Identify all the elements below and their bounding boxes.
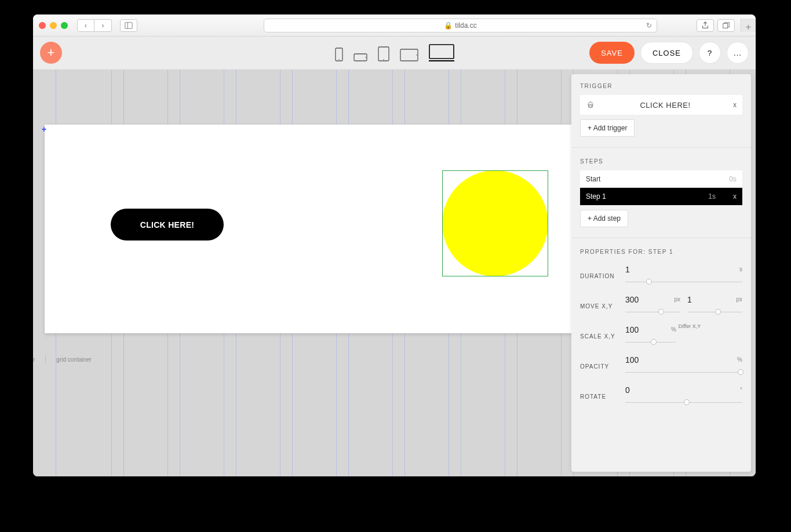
property-label: SCALE X,Y — [580, 333, 625, 340]
unit-pct: % — [671, 326, 676, 333]
sidebar-icon — [125, 21, 133, 30]
move-y-value: 1 — [687, 295, 692, 304]
browser-toolbar: ‹ › 🔒 tilda.cc ↻ + — [33, 14, 756, 37]
url-host: tilda.cc — [455, 21, 476, 30]
share-icon — [701, 21, 709, 30]
step-label: Start — [586, 175, 600, 183]
device-desktop[interactable] — [429, 44, 454, 61]
unit-px: px — [674, 296, 680, 303]
app-window: ‹ › 🔒 tilda.cc ↻ + + — [33, 14, 756, 476]
close-button[interactable]: CLOSE — [640, 42, 693, 64]
duration-value: 1 — [625, 265, 630, 274]
help-button[interactable]: ? — [699, 42, 721, 64]
properties-list: DURATION 1 s MOVE X,Y 300 px — [580, 261, 742, 411]
trigger-name: CLICK HERE! — [597, 101, 733, 110]
divider — [571, 147, 751, 148]
selection-outline — [442, 170, 548, 276]
unit-deg: ° — [740, 387, 742, 393]
svg-rect-9 — [400, 49, 418, 61]
share-button[interactable] — [697, 19, 714, 32]
step-duration: 0s — [729, 175, 737, 183]
new-tab-button[interactable]: + — [741, 19, 756, 32]
move-property: MOVE X,Y 300 px 1 px — [580, 291, 742, 321]
duration-slider[interactable]: 1 s — [625, 265, 742, 287]
more-button[interactable]: ... — [727, 42, 749, 64]
move-x-slider[interactable]: 300 px — [625, 295, 680, 317]
reload-icon[interactable]: ↻ — [646, 21, 652, 30]
breadcrumb-item[interactable]: r — [33, 356, 35, 363]
rotate-slider[interactable]: 0 ° — [625, 385, 742, 407]
svg-point-10 — [416, 54, 417, 56]
svg-rect-2 — [723, 23, 728, 28]
trigger-row[interactable]: CLICK HERE! x — [580, 95, 742, 115]
svg-point-8 — [383, 59, 384, 60]
sidebar-toggle-button[interactable] — [120, 19, 137, 32]
opacity-slider[interactable]: 100 % — [625, 355, 742, 377]
close-window-icon[interactable] — [39, 22, 46, 29]
scale-value: 100 — [625, 325, 639, 334]
svg-point-4 — [338, 59, 340, 60]
opacity-property: OPACITY 100 % — [580, 351, 742, 381]
animation-panel: TRIGGER CLICK HERE! x + Add trigger STEP… — [571, 74, 751, 472]
tabs-button[interactable] — [717, 19, 735, 32]
breadcrumb-separator — [45, 356, 46, 363]
canvas-element-button[interactable]: CLICK HERE! — [111, 209, 224, 241]
svg-rect-11 — [429, 45, 454, 59]
rotate-value: 0 — [625, 385, 630, 395]
svg-rect-5 — [354, 54, 367, 61]
unit-pct: % — [737, 356, 742, 363]
move-y-slider[interactable]: 1 px — [687, 295, 742, 317]
lock-icon: 🔒 — [444, 21, 453, 30]
save-button[interactable]: SAVE — [589, 42, 635, 64]
device-phone-landscape[interactable] — [353, 53, 367, 61]
minimize-window-icon[interactable] — [50, 22, 57, 29]
nav-buttons: ‹ › — [77, 19, 112, 32]
differ-xy-link[interactable]: Differ X,Y — [679, 323, 701, 329]
device-tablet-portrait[interactable] — [378, 46, 389, 61]
breadcrumb-item[interactable]: grid container — [56, 356, 92, 363]
remove-trigger-button[interactable]: x — [733, 101, 737, 109]
opacity-value: 100 — [625, 355, 639, 365]
origin-marker: + — [42, 125, 46, 134]
tabs-icon — [722, 21, 730, 30]
unit-px: px — [736, 296, 742, 303]
canvas-area[interactable]: + CLICK HERE! r grid container TRIGGER C… — [33, 70, 756, 476]
breadcrumb: r grid container — [33, 351, 92, 368]
scale-slider[interactable]: 100 % — [625, 325, 676, 347]
divider — [571, 238, 751, 238]
add-step-button[interactable]: + Add step — [580, 210, 628, 227]
svg-point-6 — [365, 57, 366, 58]
address-bar[interactable]: 🔒 tilda.cc ↻ — [264, 19, 657, 32]
property-label: MOVE X,Y — [580, 303, 625, 309]
device-preview-group — [335, 44, 454, 61]
step-1-row[interactable]: Step 1 1s x — [580, 188, 742, 205]
scale-property: SCALE X,Y 100 % Differ X,Y — [580, 321, 742, 351]
duration-unit: s — [739, 266, 742, 272]
window-controls — [39, 22, 68, 29]
svg-rect-12 — [589, 105, 592, 107]
step-duration: 1s — [708, 192, 733, 201]
step-start-row[interactable]: Start 0s — [580, 170, 742, 188]
device-phone-portrait[interactable] — [335, 48, 343, 61]
toolbar-right: SAVE CLOSE ? ... — [589, 42, 749, 64]
browser-right-tools: + — [697, 19, 750, 32]
remove-step-button[interactable]: x — [733, 192, 737, 201]
svg-rect-7 — [378, 47, 389, 61]
svg-rect-3 — [336, 48, 342, 61]
device-tablet-landscape[interactable] — [400, 49, 418, 61]
move-x-value: 300 — [625, 295, 639, 304]
property-label: DURATION — [580, 273, 625, 279]
forward-button[interactable]: › — [94, 19, 112, 32]
rotate-property: ROTATE 0 ° — [580, 381, 742, 411]
add-trigger-button[interactable]: + Add trigger — [580, 119, 635, 137]
plus-icon: + — [48, 45, 55, 60]
maximize-window-icon[interactable] — [61, 22, 68, 29]
back-button[interactable]: ‹ — [77, 19, 94, 32]
trigger-section-label: TRIGGER — [580, 83, 742, 89]
app-toolbar: + SAVE CLOSE ? ... — [33, 37, 756, 70]
step-label: Step 1 — [586, 192, 606, 201]
property-label: ROTATE — [580, 393, 625, 400]
property-label: OPACITY — [580, 363, 625, 370]
add-block-button[interactable]: + — [40, 42, 62, 64]
properties-section-label: PROPERTIES FOR: STEP 1 — [580, 249, 742, 255]
